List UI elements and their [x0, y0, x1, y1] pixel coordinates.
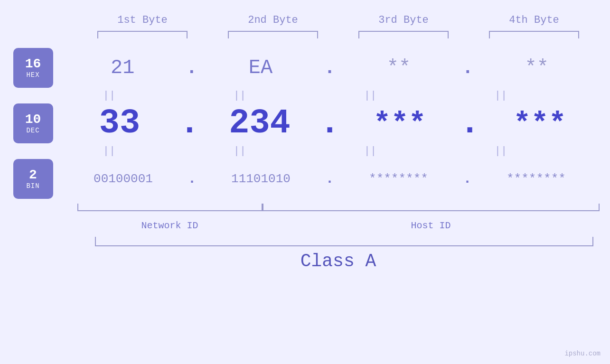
bin-badge-num: 2	[29, 168, 37, 183]
bin-badge: 2 BIN	[13, 159, 53, 199]
id-labels: Network ID Host ID	[77, 220, 600, 231]
bottom-brackets	[77, 204, 600, 218]
bin-row: 2 BIN 00100001 . 11101010 . ******** . *…	[13, 159, 597, 199]
hex-val-3: **	[387, 56, 411, 79]
bin-val-2: 11101010	[231, 172, 291, 186]
dec-badge-num: 10	[25, 112, 41, 127]
dec-b3: ***	[347, 107, 452, 140]
bin-b3: ********	[346, 172, 450, 186]
bin-val-1: 00100001	[94, 172, 153, 186]
bin-dot-3: .	[463, 171, 471, 187]
hex-dot-3: .	[462, 57, 473, 79]
dec-badge-label: DEC	[26, 127, 39, 134]
bracket-3	[358, 31, 449, 38]
hex-badge: 16 HEX	[13, 48, 53, 88]
bin-b2: 11101010	[208, 172, 313, 186]
hex-badge-num: 16	[25, 57, 41, 72]
hex-dot-1: .	[186, 57, 197, 79]
dec-dot-1: .	[179, 104, 200, 143]
hex-values: 21 . EA . ** . **	[63, 56, 597, 79]
host-id-label: Host ID	[263, 220, 600, 231]
host-bracket	[263, 204, 600, 211]
hex-row: 16 HEX 21 . EA . ** . **	[13, 48, 597, 88]
bracket-1	[97, 31, 188, 38]
dec-values: 33 . 234 . *** . ***	[63, 104, 597, 143]
dec-val-1: 33	[99, 104, 140, 143]
bin-b4: ********	[484, 172, 588, 186]
hex-b1: 21	[70, 56, 175, 79]
dec-b4: ***	[488, 107, 592, 140]
bracket-2	[228, 31, 318, 38]
bin-val-4: ********	[507, 172, 566, 186]
hex-val-1: 21	[111, 56, 134, 79]
eq-row-1: || || || ||	[44, 90, 566, 102]
dec-val-4: ***	[513, 107, 566, 140]
watermark: ipshu.com	[564, 350, 601, 357]
bin-val-3: ********	[369, 172, 428, 186]
network-id-label: Network ID	[77, 220, 263, 231]
hex-b3: **	[347, 56, 451, 79]
dec-dot-2: .	[319, 104, 340, 143]
main-container: 1st Byte 2nd Byte 3rd Byte 4th Byte 16 H…	[0, 0, 610, 364]
bin-dot-2: .	[325, 171, 334, 187]
hex-val-2: EA	[249, 56, 272, 79]
class-label: Class A	[77, 251, 600, 271]
byte-label-1: 1st Byte	[90, 14, 195, 26]
dec-b1: 33	[67, 104, 172, 143]
eq-row-2: || || || ||	[44, 145, 566, 157]
hex-val-4: **	[525, 56, 549, 79]
bin-badge-label: BIN	[26, 182, 39, 190]
byte-label-4: 4th Byte	[482, 14, 586, 26]
dec-val-3: ***	[373, 107, 426, 140]
dec-val-2: 234	[229, 104, 291, 143]
bracket-4	[489, 31, 579, 38]
bin-values: 00100001 . 11101010 . ******** . *******…	[63, 171, 597, 187]
top-brackets	[77, 31, 600, 38]
byte-labels-row: 1st Byte 2nd Byte 3rd Byte 4th Byte	[77, 14, 600, 26]
big-bottom-bracket	[95, 237, 593, 246]
dec-b2: 234	[207, 104, 312, 143]
network-bracket	[77, 204, 263, 211]
hex-b4: **	[485, 56, 589, 79]
byte-label-2: 2nd Byte	[221, 14, 325, 26]
hex-dot-2: .	[324, 57, 335, 79]
bin-b1: 00100001	[71, 172, 175, 186]
dec-row: 10 DEC 33 . 234 . *** . ***	[13, 103, 597, 143]
byte-label-3: 3rd Byte	[351, 14, 456, 26]
hex-b2: EA	[208, 56, 313, 79]
dec-badge: 10 DEC	[13, 103, 53, 143]
hex-badge-label: HEX	[26, 71, 39, 79]
dec-dot-3: .	[460, 104, 480, 143]
bin-dot-1: .	[188, 171, 196, 187]
